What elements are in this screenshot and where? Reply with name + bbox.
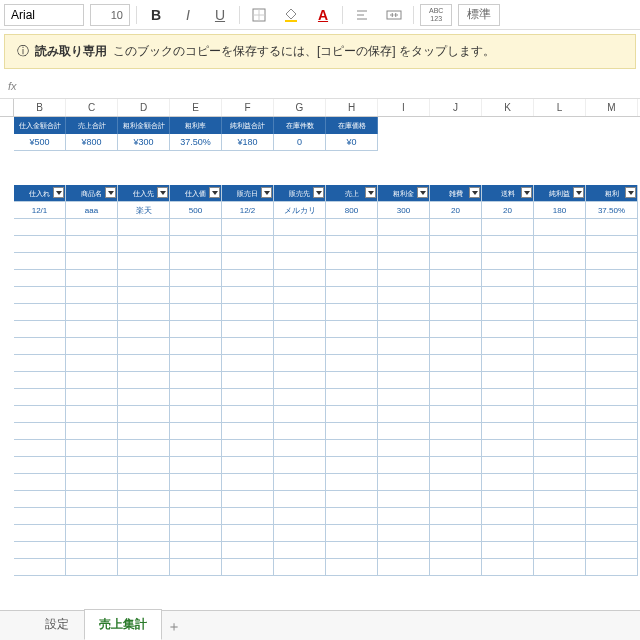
filter-dropdown-icon[interactable] (313, 187, 324, 198)
table-cell[interactable] (482, 253, 534, 270)
table-cell[interactable] (586, 287, 638, 304)
filter-dropdown-icon[interactable] (105, 187, 116, 198)
main-header-cell[interactable]: 雑費 (430, 185, 482, 202)
formula-bar[interactable]: fx (0, 73, 640, 99)
table-cell[interactable] (430, 304, 482, 321)
main-header-cell[interactable]: 仕入先 (118, 185, 170, 202)
table-cell[interactable] (170, 525, 222, 542)
table-cell[interactable] (326, 389, 378, 406)
table-cell[interactable] (586, 253, 638, 270)
table-cell[interactable] (378, 406, 430, 423)
table-cell[interactable] (274, 219, 326, 236)
main-header-cell[interactable]: 仕入価 (170, 185, 222, 202)
table-cell[interactable] (170, 236, 222, 253)
main-header-cell[interactable]: 販売先 (274, 185, 326, 202)
table-cell[interactable] (222, 355, 274, 372)
table-cell[interactable] (482, 542, 534, 559)
table-cell[interactable] (14, 372, 66, 389)
table-cell[interactable] (586, 338, 638, 355)
table-cell[interactable] (66, 355, 118, 372)
table-cell[interactable] (326, 321, 378, 338)
table-cell[interactable] (430, 542, 482, 559)
table-cell[interactable] (326, 270, 378, 287)
table-cell[interactable] (586, 474, 638, 491)
table-cell[interactable] (586, 372, 638, 389)
column-header[interactable]: M (586, 99, 638, 116)
table-cell[interactable] (482, 508, 534, 525)
table-cell[interactable] (222, 372, 274, 389)
table-cell[interactable] (534, 236, 586, 253)
table-cell[interactable] (118, 508, 170, 525)
table-cell[interactable] (274, 406, 326, 423)
table-cell[interactable] (274, 474, 326, 491)
table-cell[interactable] (274, 457, 326, 474)
table-cell[interactable] (14, 321, 66, 338)
table-cell[interactable] (482, 236, 534, 253)
filter-dropdown-icon[interactable] (365, 187, 376, 198)
table-cell[interactable]: 300 (378, 202, 430, 219)
table-cell[interactable] (170, 474, 222, 491)
table-cell[interactable] (534, 559, 586, 576)
table-cell[interactable] (118, 355, 170, 372)
table-cell[interactable] (586, 559, 638, 576)
borders-button[interactable] (246, 4, 272, 26)
table-cell[interactable] (534, 253, 586, 270)
table-cell[interactable] (326, 525, 378, 542)
table-cell[interactable] (222, 491, 274, 508)
table-cell[interactable] (378, 559, 430, 576)
table-cell[interactable] (586, 355, 638, 372)
main-header-cell[interactable]: 仕入れ (14, 185, 66, 202)
table-cell[interactable] (170, 423, 222, 440)
table-cell[interactable] (118, 457, 170, 474)
table-cell[interactable] (430, 236, 482, 253)
main-header-cell[interactable]: 送料 (482, 185, 534, 202)
font-color-button[interactable]: A (310, 4, 336, 26)
table-cell[interactable] (222, 287, 274, 304)
table-cell[interactable] (222, 508, 274, 525)
table-cell[interactable] (170, 542, 222, 559)
table-cell[interactable] (118, 287, 170, 304)
table-cell[interactable] (274, 355, 326, 372)
table-cell[interactable] (222, 423, 274, 440)
table-cell[interactable] (222, 542, 274, 559)
table-cell[interactable] (118, 338, 170, 355)
table-cell[interactable] (66, 219, 118, 236)
table-cell[interactable] (482, 559, 534, 576)
table-cell[interactable] (66, 406, 118, 423)
table-cell[interactable] (118, 423, 170, 440)
summary-value-cell[interactable]: 37.50% (170, 134, 222, 151)
table-cell[interactable] (66, 304, 118, 321)
table-cell[interactable] (326, 219, 378, 236)
table-cell[interactable] (14, 491, 66, 508)
filter-dropdown-icon[interactable] (261, 187, 272, 198)
table-cell[interactable] (14, 440, 66, 457)
table-cell[interactable]: メルカリ (274, 202, 326, 219)
table-cell[interactable] (378, 321, 430, 338)
column-header[interactable]: H (326, 99, 378, 116)
table-cell[interactable]: 12/1 (14, 202, 66, 219)
table-cell[interactable] (170, 270, 222, 287)
table-cell[interactable] (586, 491, 638, 508)
filter-dropdown-icon[interactable] (625, 187, 636, 198)
column-header[interactable]: G (274, 99, 326, 116)
table-cell[interactable] (378, 542, 430, 559)
table-cell[interactable] (170, 338, 222, 355)
table-cell[interactable] (326, 338, 378, 355)
table-cell[interactable] (482, 219, 534, 236)
main-header-cell[interactable]: 粗利 (586, 185, 638, 202)
table-cell[interactable] (326, 406, 378, 423)
table-cell[interactable] (378, 287, 430, 304)
table-cell[interactable] (326, 440, 378, 457)
table-cell[interactable] (430, 270, 482, 287)
table-cell[interactable] (274, 559, 326, 576)
table-cell[interactable] (170, 508, 222, 525)
table-cell[interactable] (326, 253, 378, 270)
table-cell[interactable] (222, 389, 274, 406)
table-cell[interactable] (274, 542, 326, 559)
table-cell[interactable] (430, 355, 482, 372)
main-header-cell[interactable]: 売上 (326, 185, 378, 202)
table-cell[interactable] (586, 304, 638, 321)
table-cell[interactable] (66, 372, 118, 389)
table-cell[interactable] (222, 338, 274, 355)
table-cell[interactable] (430, 219, 482, 236)
